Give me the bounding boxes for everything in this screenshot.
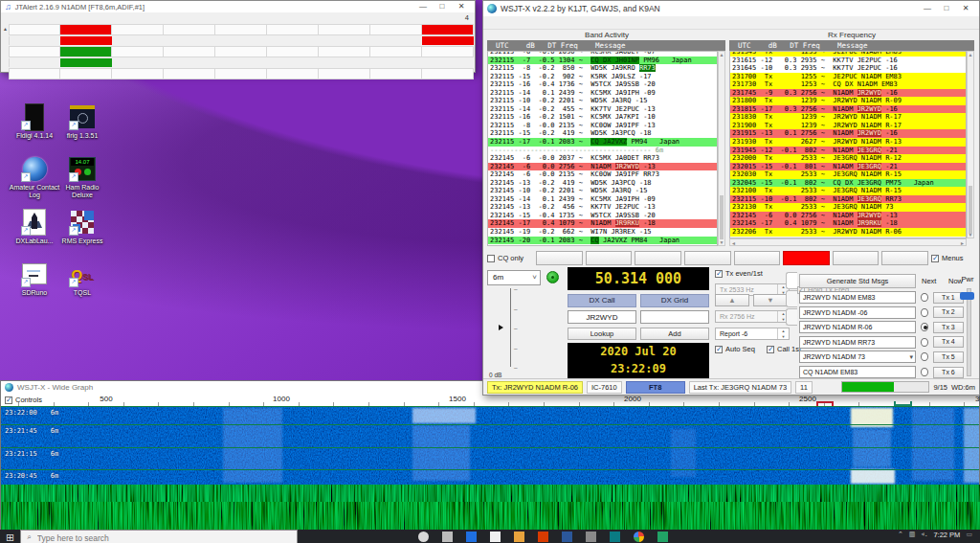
action-button[interactable] bbox=[684, 251, 731, 265]
decode-row[interactable]: 231700 Tx 1255 ~ JE2PUC N1ADM EM83 bbox=[730, 73, 966, 81]
callsign-cell[interactable] bbox=[422, 68, 474, 79]
frequency-display[interactable]: 50.314 000 bbox=[568, 267, 709, 290]
sort-arrow-icon[interactable]: ▲ bbox=[3, 26, 8, 32]
action-button[interactable] bbox=[536, 251, 583, 265]
decode-row[interactable]: 232145 -13 -0.2 419 ~ WD5K JA3PCQ -18 bbox=[488, 179, 717, 188]
decode-row[interactable]: 232145 -19 -0.2 662 ~ WI7N JR3REX -15 bbox=[488, 228, 717, 237]
next-radio-button[interactable] bbox=[921, 368, 928, 376]
decode-row[interactable]: 232145 -6 -0.0 2037 ~ KC5MX JA0DET RR73 bbox=[488, 154, 717, 163]
decode-row[interactable]: 232115 -16 -0.4 1736 ~ W5TCX JA9SSB -20 bbox=[488, 80, 717, 89]
desktop-icon[interactable]: ↗ DXLabLau... bbox=[8, 209, 61, 245]
message-tab[interactable] bbox=[786, 308, 797, 326]
taskbar-app-icon[interactable] bbox=[610, 532, 620, 542]
search-input[interactable] bbox=[35, 532, 292, 543]
rx-freq-spinner[interactable]: Rx 2756 Hz ▲▼ bbox=[715, 310, 790, 323]
decode-row[interactable]: 231815 -17 0.3 2756 ~ N1ADM JR2WYD -16 bbox=[730, 105, 966, 114]
callsign-cell[interactable] bbox=[60, 46, 112, 57]
callsign-cell[interactable] bbox=[60, 68, 112, 79]
taskbar-app-icon[interactable] bbox=[586, 532, 596, 542]
wsjtx-titlebar[interactable]: WSJT-X v2.2.2 by K1JT, G4WJS, and K9AN —… bbox=[483, 1, 979, 16]
decode-row[interactable]: ----------------------------------------… bbox=[488, 147, 717, 155]
dx-grid-field[interactable] bbox=[640, 310, 709, 324]
tray-up-arrow-icon[interactable]: ⌃ bbox=[898, 531, 903, 538]
tx-message-field[interactable]: JR2WYD N1ADM 73 bbox=[799, 351, 916, 363]
tx-up-button[interactable]: ▲ bbox=[715, 294, 749, 306]
maximize-icon[interactable]: □ bbox=[433, 3, 452, 11]
callsign-cell[interactable] bbox=[319, 24, 370, 35]
callsign-cell[interactable] bbox=[370, 68, 422, 79]
desktop-icon[interactable]: ↗ Fldigi 4.1.14 bbox=[8, 103, 61, 140]
minimize-icon[interactable]: — bbox=[918, 5, 937, 12]
jtalert-titlebar[interactable]: ♫ JTAlert 2.16.9 N1ADM [FT8,6m,ADIF,#1] … bbox=[1, 1, 475, 12]
close-icon[interactable]: ✕ bbox=[452, 3, 471, 11]
cq-only-checkbox[interactable]: CQ only bbox=[487, 254, 533, 262]
action-button[interactable] bbox=[635, 251, 681, 265]
dx-call-field[interactable] bbox=[568, 310, 636, 324]
dx-call-header[interactable]: DX Call bbox=[568, 294, 636, 307]
menus-checkbox[interactable]: Menus bbox=[931, 254, 975, 262]
lookup-button[interactable]: Lookup bbox=[568, 328, 636, 340]
decode-row[interactable]: 232145 -13 -0.2 456 ~ KK7TV JE2PUC -13 bbox=[488, 203, 717, 212]
decode-row[interactable]: 232145 -6 0.0 2756 ~ N1ADM JR2WYD -13 bbox=[730, 212, 966, 220]
minimize-icon[interactable]: — bbox=[413, 3, 433, 11]
decode-row[interactable]: 231800 Tx 1239 ~ JR2WYD N1ADM R-09 bbox=[730, 97, 966, 105]
tx-message-field[interactable]: JR2WYD N1ADM R-06 bbox=[799, 321, 916, 333]
tx-down-button[interactable]: ▼ bbox=[753, 294, 788, 306]
desktop-icon[interactable]: ↗ Amateur Contact Log bbox=[8, 155, 61, 199]
taskbar-app-icon[interactable] bbox=[466, 532, 477, 542]
decode-row[interactable]: 232115 -10 -0.2 2201 ~ WD5K JA3RQ -15 bbox=[488, 97, 717, 105]
decode-row[interactable]: 232115 -15 -0.2 902 ~ K5RK JA9LSZ -17 bbox=[488, 73, 717, 81]
decode-row[interactable]: 232115 -10 -0.1 802 ~ N1ADM JE3GRQ RR73 bbox=[730, 195, 966, 204]
decode-row[interactable]: 232206 Tx 2533 ~ JR2WYD N1ADM R-06 bbox=[730, 228, 966, 237]
desktop-icon[interactable]: ↗ SDRuno bbox=[8, 260, 61, 297]
callsign-cell[interactable] bbox=[9, 68, 60, 79]
callsign-cell[interactable] bbox=[164, 46, 215, 57]
tx-even-checkbox[interactable]: Tx even/1st bbox=[715, 269, 763, 278]
callsign-cell[interactable] bbox=[9, 46, 60, 57]
callsign-cell[interactable] bbox=[112, 24, 164, 35]
decode-row[interactable]: 231900 Tx 1239 ~ JR2WYD N1ADM R-17 bbox=[730, 122, 966, 130]
decode-row[interactable]: 231915 -13 0.1 2756 ~ N1ADM JR2WYD -16 bbox=[730, 129, 966, 138]
callsign-cell[interactable] bbox=[319, 68, 370, 79]
decode-row[interactable]: 232000 Tx 2533 ~ JE3GRQ N1ADM R-12 bbox=[730, 154, 966, 163]
callsign-cell[interactable] bbox=[422, 24, 474, 35]
decode-row[interactable]: 231945 -12 -0.1 802 ~ N1ADM JE3GRQ -21 bbox=[730, 147, 966, 155]
start-button-icon[interactable]: ⊞ bbox=[6, 530, 14, 543]
band-activity-scrollbar[interactable] bbox=[718, 51, 725, 246]
decode-row[interactable]: 232145 -17 0.4 1079 ~ N1ADM JR9RKU -18 bbox=[488, 219, 717, 228]
decode-row[interactable]: 232115 -17 -0.1 2083 ~ CQ JA2VXZ PM94 Ja… bbox=[488, 138, 717, 147]
decode-row[interactable]: 232145 -17 0.4 1079 ~ N1ADM JR9RKU -18 bbox=[730, 219, 966, 228]
decode-row[interactable]: 232045 -15 -0.1 802 ~ CQ DX JE3GRQ PM75 … bbox=[730, 179, 966, 188]
checkbox-icon[interactable] bbox=[715, 346, 723, 353]
checkbox-icon[interactable] bbox=[931, 255, 939, 262]
decode-row[interactable]: 231745 -9 0.3 2756 ~ N1ADM JR2WYD -16 bbox=[730, 89, 966, 98]
spectrum-display[interactable] bbox=[1, 485, 979, 531]
decode-row[interactable]: 231730 Tx 1253 ~ CQ DX N1ADM EM83 bbox=[730, 80, 966, 89]
generate-std-msgs-button[interactable]: Generate Std Msgs bbox=[799, 274, 916, 288]
callsign-cell[interactable] bbox=[164, 24, 215, 35]
taskbar-app-icon[interactable] bbox=[514, 532, 524, 542]
decode-row[interactable]: 232100 Tx 2533 ~ JE3GRQ N1ADM R-15 bbox=[730, 187, 966, 195]
taskbar-app-icon[interactable] bbox=[442, 532, 453, 542]
action-button[interactable] bbox=[783, 251, 830, 265]
taskbar-app-icon[interactable] bbox=[490, 532, 501, 542]
decode-row[interactable]: 232015 -15 -0.1 801 ~ N1ADM JE3GRQ -21 bbox=[730, 163, 966, 171]
next-radio-button[interactable] bbox=[921, 308, 928, 317]
checkbox-icon[interactable] bbox=[767, 346, 774, 353]
desktop-icon[interactable]: 14.07 ↗ Ham Radio Deluxe bbox=[56, 155, 109, 199]
callsign-cell[interactable] bbox=[112, 46, 164, 57]
tx-message-field[interactable]: JR2WYD N1ADM RR73 bbox=[799, 336, 916, 349]
callsign-cell[interactable] bbox=[215, 46, 267, 57]
next-radio-button[interactable] bbox=[921, 293, 928, 302]
close-icon[interactable]: ✕ bbox=[956, 5, 975, 12]
slider-handle[interactable] bbox=[960, 292, 974, 300]
callsign-cell[interactable] bbox=[60, 24, 112, 35]
network-icon[interactable]: ▥ bbox=[909, 531, 916, 538]
waterfall-display[interactable]: 23:22:006m23:21:456m23:21:156m23:20:456m bbox=[1, 406, 979, 485]
callsign-cell[interactable] bbox=[370, 24, 422, 35]
decode-row[interactable]: 232030 Tx 2533 ~ JE3GRQ N1ADM R-15 bbox=[730, 170, 966, 179]
decode-row[interactable]: 232115 -15 -0.2 419 ~ WD5K JA3PCQ -18 bbox=[488, 129, 717, 138]
decode-row[interactable]: 232145 -10 -0.2 2201 ~ WD5K JA3RQ -15 bbox=[488, 187, 717, 195]
callsign-cell[interactable] bbox=[267, 68, 319, 79]
maximize-icon[interactable]: □ bbox=[937, 5, 956, 12]
